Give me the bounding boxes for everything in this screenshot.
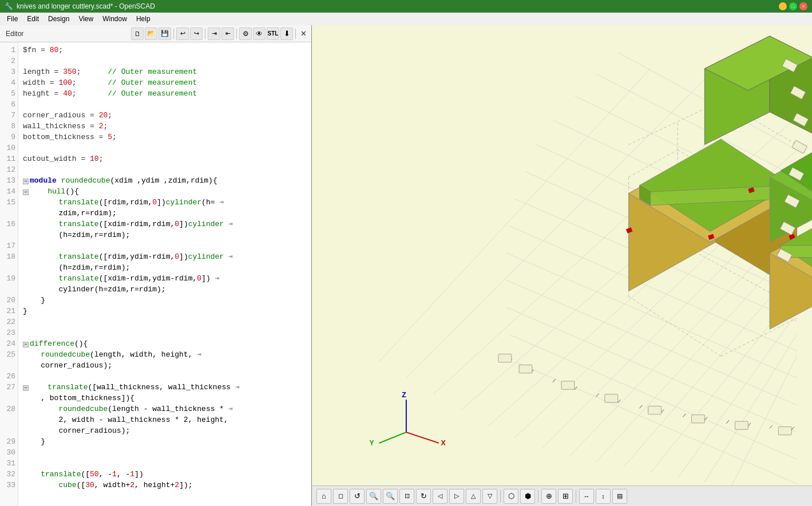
editor-panel: Editor 🗋 📂 💾 ↩ ↪ ⇥ ⇤ ⚙ 👁 STL ⬇ ✕ 1 2 3 4 [0,25,312,506]
menu-design[interactable]: Design [43,14,74,24]
minimize-button[interactable]: – [779,2,787,10]
viewport-canvas: Z X Y [312,25,812,485]
open-button[interactable]: 📂 [145,27,157,40]
view-reset-button[interactable]: ↺ [350,489,365,504]
svg-rect-83 [561,381,575,389]
svg-text:X: X [441,439,446,447]
measure-x-button[interactable]: ↔ [579,489,594,504]
maximize-button[interactable]: □ [789,2,797,10]
pan-up-button[interactable]: △ [466,489,481,504]
save-button[interactable]: 💾 [159,27,171,40]
window-title: knives and longer cuttlery.scad* - OpenS… [17,2,155,10]
svg-rect-84 [605,394,618,402]
indent-more-button[interactable]: ⇥ [208,27,220,40]
preview-button[interactable]: 👁 [253,27,266,40]
zoom-in-button[interactable]: 🔍 [366,489,381,504]
zoom-out-button[interactable]: 🔍 [383,489,398,504]
line-numbers: 1 2 3 4 5 6 7 8 9 10 11 12 13 14 15 16 1… [0,42,18,506]
view-home-button[interactable]: ⌂ [316,489,331,504]
editor-title: Editor [2,30,130,38]
title-bar: 🔧 knives and longer cuttlery.scad* - Ope… [0,0,812,13]
svg-rect-87 [735,421,748,429]
viewport-toolbar: ⌂ ◻ ↺ 🔍 🔍 ⊡ ↻ ◁ ▷ △ ▽ ⬡ ⬢ ⊕ ⊞ ↔ ↕ ▤ [312,485,812,506]
svg-rect-86 [692,415,705,423]
measure-y-button[interactable]: ↕ [596,489,611,504]
layout-button[interactable]: ▤ [612,489,627,504]
menu-help[interactable]: Help [132,14,155,24]
viewport[interactable]: Z X Y ⌂ ◻ ↺ 🔍 🔍 ⊡ ↻ ◁ ▷ △ ▽ ⬡ ⬢ [312,25,812,506]
svg-rect-82 [519,365,532,373]
panel-close-button[interactable]: ✕ [298,29,309,38]
close-button[interactable]: × [799,2,807,10]
code-text[interactable]: $fn = 80; length = 350; // Outer measure… [18,42,311,506]
svg-rect-85 [648,406,662,414]
menu-file[interactable]: File [2,14,22,24]
scene-view: Z X Y [312,25,812,485]
view-3d-button[interactable]: ◻ [333,489,348,504]
new-button[interactable]: 🗋 [131,27,144,40]
menu-view[interactable]: View [74,14,98,24]
pan-right-button[interactable]: ▷ [449,489,464,504]
pan-down-button[interactable]: ▽ [482,489,497,504]
export-button[interactable]: ⬇ [280,27,293,40]
zoom-fit-button[interactable]: ⊡ [399,489,414,504]
menu-edit[interactable]: Edit [22,14,43,24]
crosshair-button[interactable]: ⊕ [541,489,556,504]
auto-indent-button[interactable]: ⚙ [239,27,252,40]
svg-rect-88 [778,427,791,435]
orthographic-button[interactable]: ⬢ [520,489,535,504]
svg-text:Y: Y [369,439,374,447]
redo-button[interactable]: ↪ [190,27,203,40]
axis-button[interactable]: ⊞ [558,489,573,504]
svg-text:Z: Z [402,391,406,399]
stl-button[interactable]: STL [267,27,279,40]
menu-window[interactable]: Window [98,14,132,24]
rotate-button[interactable]: ↻ [416,489,431,504]
perspective-button[interactable]: ⬡ [504,489,518,504]
svg-rect-81 [498,354,512,362]
undo-button[interactable]: ↩ [176,27,189,40]
menu-bar: File Edit Design View Window Help [0,13,812,25]
indent-less-button[interactable]: ⇤ [221,27,234,40]
editor-toolbar: Editor 🗋 📂 💾 ↩ ↪ ⇥ ⇤ ⚙ 👁 STL ⬇ ✕ [0,25,311,42]
code-editor[interactable]: 1 2 3 4 5 6 7 8 9 10 11 12 13 14 15 16 1… [0,42,311,506]
pan-left-button[interactable]: ◁ [433,489,447,504]
app-icon: 🔧 [5,2,13,10]
